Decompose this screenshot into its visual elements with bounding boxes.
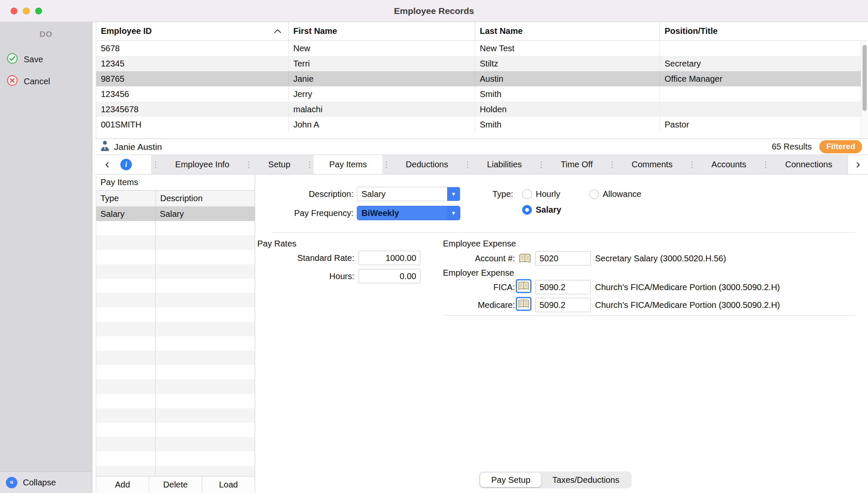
sidebar-header: DO: [0, 30, 92, 39]
tab-deductions[interactable]: Deductions: [390, 155, 464, 174]
tab-connections[interactable]: Connections: [770, 155, 848, 174]
check-circle-icon: [7, 53, 18, 66]
column-header-last-name[interactable]: Last Name: [475, 22, 659, 40]
fica-description: Church's FICA/Medicare Portion (3000.509…: [595, 280, 780, 294]
empty-row: [96, 307, 255, 322]
filtered-badge[interactable]: Filtered: [819, 140, 862, 153]
selected-record-bar: Janie Austin 65 Results Filtered: [96, 139, 868, 155]
empty-row: [96, 437, 255, 451]
tab-employee-info[interactable]: Employee Info: [160, 155, 245, 174]
detail-tab-bar: ‹ i ⋮ Employee Info ⋮ Setup ⋮ Pay Items …: [96, 155, 868, 174]
collapse-button[interactable]: « Collapse: [0, 471, 92, 493]
info-icon[interactable]: i: [120, 159, 132, 170]
sort-ascending-icon: [274, 29, 281, 33]
selected-employee-name: Janie Austin: [114, 142, 162, 152]
tab-setup[interactable]: Setup: [253, 155, 306, 174]
tab-taxes-deductions[interactable]: Taxes/Deductions: [541, 473, 630, 487]
traffic-lights: [11, 8, 42, 14]
radio-hourly[interactable]: Hourly: [522, 187, 560, 201]
column-header-employee-id[interactable]: Employee ID: [96, 22, 288, 40]
collapse-chevrons-icon: «: [6, 477, 17, 488]
medicare-account-input[interactable]: [535, 298, 591, 312]
divider: [271, 232, 855, 233]
tab-liabilities[interactable]: Liabilities: [472, 155, 537, 174]
save-button[interactable]: Save: [0, 48, 92, 70]
tab-separator: ⋮: [762, 155, 770, 174]
close-window-button[interactable]: [11, 8, 17, 14]
minimize-window-button[interactable]: [23, 8, 30, 14]
tab-separator: ⋮: [608, 155, 616, 174]
fica-label: FICA:: [416, 280, 515, 294]
radio-circle-icon[interactable]: [522, 189, 532, 199]
tab-separator: ⋮: [245, 155, 253, 174]
save-label: Save: [24, 55, 43, 64]
account-lookup-button[interactable]: [517, 252, 533, 266]
hours-input[interactable]: [359, 269, 420, 283]
person-icon: [100, 140, 110, 154]
empty-row: [96, 451, 255, 466]
tab-pay-setup[interactable]: Pay Setup: [480, 473, 541, 487]
column-header-position[interactable]: Position/Title: [659, 22, 868, 40]
empty-row: [96, 379, 255, 394]
window-title: Employee Records: [0, 6, 868, 16]
empty-row: [96, 466, 255, 476]
tabs-scroll-left-icon[interactable]: ‹: [105, 158, 109, 172]
radio-selected-icon[interactable]: [522, 205, 532, 215]
zoom-window-button[interactable]: [35, 8, 42, 14]
results-count: 65 Results: [772, 142, 812, 152]
column-header-type[interactable]: Type: [96, 194, 156, 203]
load-button[interactable]: Load: [202, 476, 255, 493]
table-row[interactable]: 12345678 malachi Holden: [96, 102, 868, 117]
divider: [445, 315, 855, 316]
medicare-label: Medicare:: [416, 298, 515, 312]
tab-separator: ⋮: [306, 155, 314, 174]
employee-table-header: Employee ID First Name Last Name Positio…: [96, 22, 868, 41]
scrollbar-thumb[interactable]: [862, 45, 867, 111]
standard-rate-input[interactable]: [359, 251, 420, 265]
description-dropdown[interactable]: Salary ▾: [357, 187, 460, 201]
pay-item-row-selected[interactable]: Salary Salary: [96, 207, 255, 221]
tab-separator: ⋮: [537, 155, 545, 174]
table-row[interactable]: 001SMITH John A Smith Pastor: [96, 117, 868, 132]
bottom-tab-switcher: Pay Setup Taxes/Deductions: [479, 471, 632, 488]
empty-row: [96, 394, 255, 408]
tab-comments[interactable]: Comments: [616, 155, 688, 174]
tab-pay-items[interactable]: Pay Items: [314, 155, 382, 174]
table-scrollbar[interactable]: [861, 41, 868, 138]
table-row[interactable]: 12345 Terri Stiltz Secretary: [96, 56, 868, 71]
empty-row: [96, 264, 255, 279]
table-row[interactable]: 123456 Jerry Smith: [96, 86, 868, 102]
collapse-label: Collapse: [23, 478, 56, 487]
medicare-account-lookup-button[interactable]: [516, 297, 531, 311]
radio-salary[interactable]: Salary: [522, 202, 561, 217]
chevron-down-icon[interactable]: ▾: [447, 206, 460, 220]
standard-rate-label: Standard Rate:: [255, 251, 354, 265]
radio-allowance[interactable]: Allowance: [589, 187, 641, 201]
cancel-button[interactable]: Cancel: [0, 70, 92, 92]
delete-button[interactable]: Delete: [149, 476, 202, 493]
ledger-icon: [517, 281, 530, 291]
account-number-input[interactable]: [535, 251, 591, 266]
radio-circle-icon[interactable]: [589, 189, 599, 199]
column-header-first-name[interactable]: First Name: [288, 22, 475, 40]
table-row-selected[interactable]: 98765 Janie Austin Office Manager: [96, 71, 868, 86]
column-header-description[interactable]: Description: [156, 191, 255, 206]
fica-account-lookup-button[interactable]: [516, 279, 531, 293]
fica-account-input[interactable]: [535, 280, 591, 294]
hours-label: Hours:: [255, 269, 354, 283]
empty-row: [96, 365, 255, 379]
tabs-scroll-right-icon[interactable]: ›: [856, 158, 860, 172]
empty-row: [96, 336, 255, 351]
pay-items-columns: Type Description: [96, 191, 255, 207]
medicare-description: Church's FICA/Medicare Portion (3000.509…: [595, 298, 780, 312]
add-button[interactable]: Add: [96, 476, 149, 493]
table-row[interactable]: 5678 New New Test: [96, 41, 868, 56]
chevron-down-icon[interactable]: ▾: [447, 187, 460, 201]
sidebar: DO Save Cancel « Collapse: [0, 22, 92, 493]
pay-frequency-dropdown[interactable]: BiWeekly ▾: [357, 206, 460, 220]
empty-row: [96, 250, 255, 264]
tab-accounts[interactable]: Accounts: [696, 155, 762, 174]
tab-time-off[interactable]: Time Off: [545, 155, 608, 174]
pay-item-form: Description: Salary ▾ Type: Hourly Allow…: [255, 174, 868, 493]
pay-items-list: Salary Salary: [96, 207, 255, 476]
